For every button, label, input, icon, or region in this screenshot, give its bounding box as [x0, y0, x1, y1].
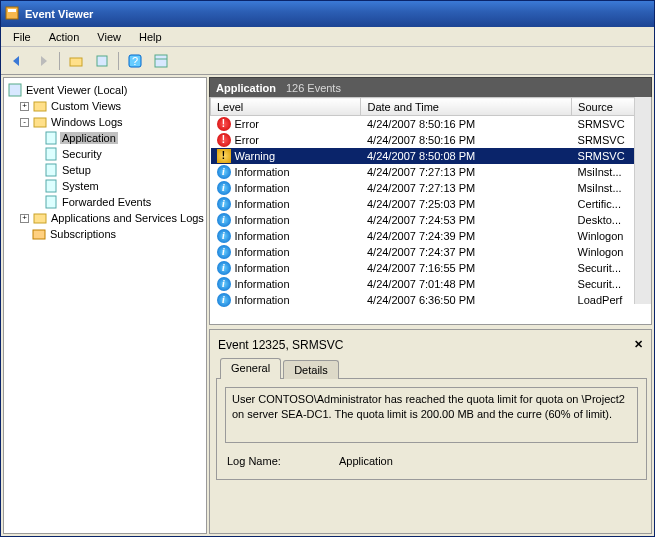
close-detail-button[interactable]: ✕	[634, 338, 643, 351]
menu-action[interactable]: Action	[41, 29, 88, 45]
folder-icon	[33, 99, 47, 113]
table-row[interactable]: Error4/24/2007 8:50:16 PMSRMSVC12306None	[211, 132, 653, 148]
svg-rect-8	[9, 84, 21, 96]
log-icon	[44, 147, 58, 161]
table-row[interactable]: Error4/24/2007 8:50:16 PMSRMSVC8201None	[211, 116, 653, 132]
info-icon	[217, 165, 231, 179]
svg-rect-3	[97, 56, 107, 66]
source-cell: Certific...	[572, 196, 652, 212]
source-cell: MsiInst...	[572, 180, 652, 196]
table-row[interactable]: Information4/24/2007 7:25:03 PMCertific.…	[211, 196, 653, 212]
datetime-cell: 4/24/2007 6:36:50 PM	[361, 292, 572, 308]
back-button[interactable]	[5, 50, 29, 72]
tree-forwarded[interactable]: Forwarded Events	[8, 194, 206, 210]
tree-label: Application	[60, 132, 118, 144]
tree-label: Setup	[60, 164, 93, 176]
tree-label: Security	[60, 148, 104, 160]
level-text: Information	[235, 166, 290, 178]
svg-rect-1	[8, 9, 16, 12]
refresh-button[interactable]	[149, 50, 173, 72]
info-icon	[217, 197, 231, 211]
eventviewer-icon	[8, 83, 22, 97]
menu-help[interactable]: Help	[131, 29, 170, 45]
datetime-cell: 4/24/2007 7:24:39 PM	[361, 228, 572, 244]
log-icon	[44, 163, 58, 177]
table-row[interactable]: Information4/24/2007 7:27:13 PMMsiInst..…	[211, 180, 653, 196]
prop-val: Application	[339, 453, 393, 469]
toolbar-separator	[59, 52, 60, 70]
tree-windows-logs[interactable]: -Windows Logs	[8, 114, 206, 130]
detail-message: User CONTOSO\Administrator has reached t…	[225, 387, 638, 443]
col-level[interactable]: Level	[211, 98, 361, 116]
subscriptions-icon	[32, 227, 46, 241]
expand-icon[interactable]: +	[20, 102, 29, 111]
col-source[interactable]: Source	[572, 98, 652, 116]
event-list-pane[interactable]: Level Date and Time Source Event ID Task…	[209, 97, 652, 325]
svg-rect-2	[70, 58, 82, 66]
arrow-right-icon	[36, 54, 50, 68]
source-cell: SRMSVC	[572, 148, 652, 164]
tree-subscriptions[interactable]: Subscriptions	[8, 226, 206, 242]
level-text: Information	[235, 278, 290, 290]
window-title: Event Viewer	[25, 8, 93, 20]
tree-app-services[interactable]: +Applications and Services Logs	[8, 210, 206, 226]
level-text: Information	[235, 246, 290, 258]
tree-setup[interactable]: Setup	[8, 162, 206, 178]
tree-application[interactable]: Application	[8, 130, 206, 146]
table-row[interactable]: Warning4/24/2007 8:50:08 PMSRMSVC12325No…	[211, 148, 653, 164]
eventviewer-icon	[5, 6, 21, 22]
tab-details[interactable]: Details	[283, 360, 339, 379]
tree-label: Windows Logs	[49, 116, 125, 128]
datetime-cell: 4/24/2007 8:50:16 PM	[361, 116, 572, 132]
table-row[interactable]: Information4/24/2007 6:36:50 PMLoadPerf1…	[211, 292, 653, 308]
list-title: Application	[216, 82, 276, 94]
table-row[interactable]: Information4/24/2007 7:24:53 PMDeskto...…	[211, 212, 653, 228]
list-count: 126 Events	[286, 82, 341, 94]
datetime-cell: 4/24/2007 7:27:13 PM	[361, 164, 572, 180]
svg-rect-13	[46, 164, 56, 176]
log-icon	[44, 131, 58, 145]
tab-general[interactable]: General	[220, 358, 281, 379]
table-row[interactable]: Information4/24/2007 7:27:13 PMMsiInst..…	[211, 164, 653, 180]
datetime-cell: 4/24/2007 7:25:03 PM	[361, 196, 572, 212]
log-icon	[44, 195, 58, 209]
properties-button[interactable]	[90, 50, 114, 72]
list-header: Application 126 Events	[209, 77, 652, 97]
tree-label: Forwarded Events	[60, 196, 153, 208]
svg-rect-10	[34, 118, 46, 127]
svg-rect-0	[6, 7, 18, 19]
table-row[interactable]: Information4/24/2007 7:01:48 PMSecurit..…	[211, 276, 653, 292]
info-icon	[217, 213, 231, 227]
titlebar: Event Viewer	[1, 1, 654, 27]
tree-security[interactable]: Security	[8, 146, 206, 162]
folder-icon	[33, 211, 47, 225]
menu-view[interactable]: View	[89, 29, 129, 45]
menu-file[interactable]: File	[5, 29, 39, 45]
folder-icon	[33, 115, 47, 129]
prop-key: Log Name:	[227, 453, 337, 469]
tree-root[interactable]: Event Viewer (Local)	[8, 82, 206, 98]
collapse-icon[interactable]: -	[20, 118, 29, 127]
datetime-cell: 4/24/2007 7:27:13 PM	[361, 180, 572, 196]
help-icon: ?	[128, 54, 142, 68]
tree-custom-views[interactable]: +Custom Views	[8, 98, 206, 114]
help-button[interactable]: ?	[123, 50, 147, 72]
col-datetime[interactable]: Date and Time	[361, 98, 572, 116]
table-row[interactable]: Information4/24/2007 7:24:39 PMWinlogon6…	[211, 228, 653, 244]
tree-system[interactable]: System	[8, 178, 206, 194]
table-row[interactable]: Information4/24/2007 7:24:37 PMWinlogon4…	[211, 244, 653, 260]
expand-icon[interactable]: +	[20, 214, 29, 223]
show-hide-tree-button[interactable]	[64, 50, 88, 72]
forward-button[interactable]	[31, 50, 55, 72]
datetime-cell: 4/24/2007 7:24:53 PM	[361, 212, 572, 228]
svg-text:?: ?	[132, 55, 138, 67]
detail-body: User CONTOSO\Administrator has reached t…	[216, 378, 647, 480]
svg-rect-16	[34, 214, 46, 223]
tree-pane[interactable]: Event Viewer (Local) +Custom Views -Wind…	[3, 77, 207, 534]
detail-pane[interactable]: Event 12325, SRMSVC ✕ General Details Us…	[209, 329, 652, 534]
svg-rect-12	[46, 148, 56, 160]
datetime-cell: 4/24/2007 8:50:16 PM	[361, 132, 572, 148]
level-text: Error	[235, 118, 259, 130]
svg-rect-14	[46, 180, 56, 192]
table-row[interactable]: Information4/24/2007 7:16:55 PMSecurit..…	[211, 260, 653, 276]
